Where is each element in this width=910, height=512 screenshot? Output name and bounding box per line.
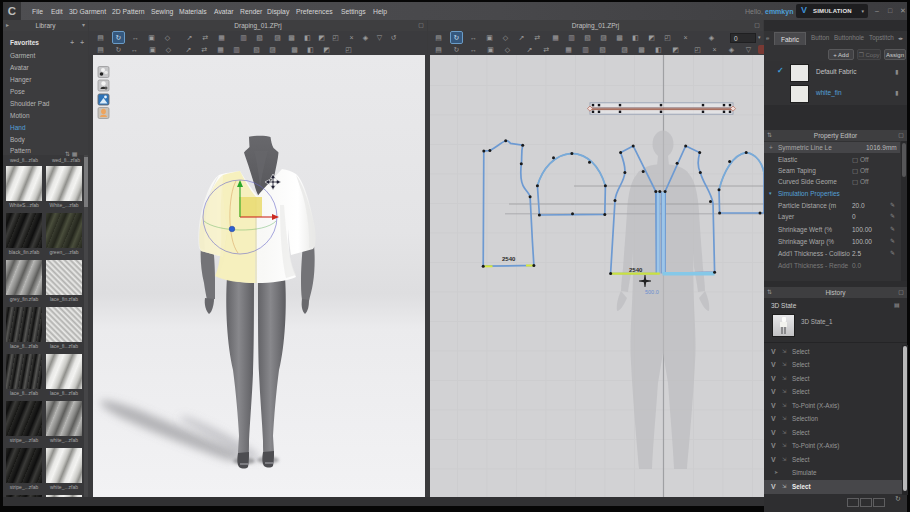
svg-text:2540: 2540 xyxy=(502,256,516,262)
svg-text:500.0: 500.0 xyxy=(645,289,659,295)
svg-text:2540: 2540 xyxy=(629,267,643,273)
